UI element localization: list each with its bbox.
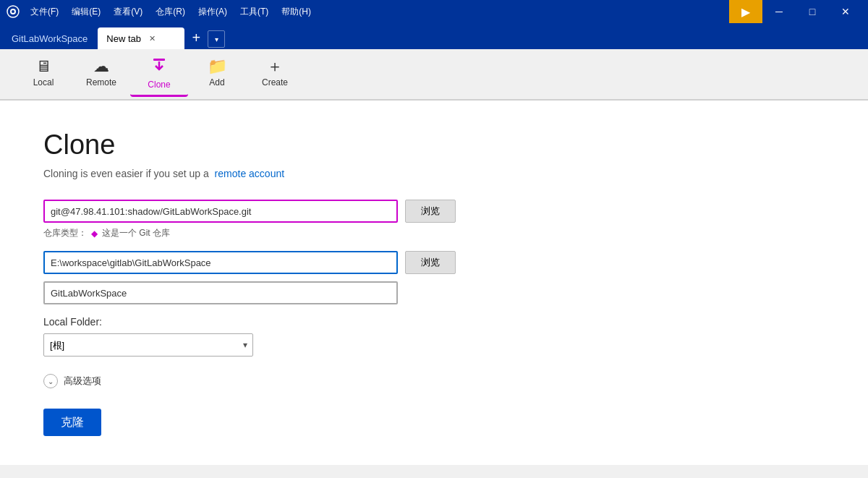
chevron-circle-icon: ⌄	[43, 374, 58, 388]
toolbar-clone[interactable]: Clone	[130, 52, 188, 97]
static-tab[interactable]: GitLabWorkSpace	[3, 27, 96, 49]
active-tab[interactable]: New tab ✕	[98, 27, 184, 49]
create-label: Create	[262, 77, 288, 88]
local-folder-label: Local Folder:	[43, 316, 825, 328]
toolbar-remote[interactable]: ☁ Remote	[72, 52, 130, 97]
url-input[interactable]	[43, 200, 398, 223]
app-logo[interactable]	[6, 4, 20, 19]
page-subtitle: Cloning is even easier if you set up a r…	[43, 168, 825, 179]
create-icon: ＋	[267, 59, 283, 74]
local-folder-select[interactable]: [根]	[43, 333, 253, 357]
menu-tools[interactable]: 工具(T)	[234, 4, 274, 20]
browse-button-2[interactable]: 浏览	[405, 251, 456, 274]
menu-repo[interactable]: 仓库(R)	[150, 4, 191, 20]
add-tab-button[interactable]: +	[186, 27, 206, 48]
menu-actions[interactable]: 操作(A)	[192, 4, 233, 20]
repo-type-label: 仓库类型：	[43, 227, 87, 239]
local-icon: 🖥	[35, 59, 51, 74]
clone-icon	[150, 56, 168, 77]
name-input[interactable]	[43, 281, 398, 304]
advanced-options-toggle[interactable]: ⌄ 高级选项	[43, 374, 825, 388]
path-input[interactable]	[43, 251, 398, 274]
minimize-button[interactable]: ─	[762, 0, 796, 23]
page-title: Clone	[43, 129, 825, 161]
tab-label: New tab	[106, 33, 141, 44]
remote-icon: ☁	[93, 59, 109, 74]
browse-button-1[interactable]: 浏览	[405, 200, 456, 223]
local-folder-select-wrapper: [根] ▾	[43, 333, 253, 357]
clone-button[interactable]: 克隆	[43, 409, 101, 436]
svg-rect-3	[153, 59, 165, 61]
menu-view[interactable]: 查看(V)	[108, 4, 148, 20]
tab-dropdown-button[interactable]: ▾	[208, 30, 225, 48]
diamond-icon: ◆	[91, 229, 98, 239]
menu-edit[interactable]: 编辑(E)	[66, 4, 106, 20]
remote-account-link[interactable]: remote account	[215, 168, 285, 179]
remote-label: Remote	[86, 77, 116, 88]
local-label: Local	[33, 77, 54, 88]
toolbar-local[interactable]: 🖥 Local	[14, 52, 72, 97]
content-area: Clone Cloning is even easier if you set …	[0, 101, 868, 465]
add-icon: 📁	[208, 59, 227, 74]
add-label: Add	[209, 77, 224, 88]
svg-point-2	[12, 10, 14, 13]
repo-type-value: 这是一个 Git 仓库	[102, 227, 170, 239]
menu-file[interactable]: 文件(F)	[25, 4, 64, 20]
toolbar-add[interactable]: 📁 Add	[188, 52, 246, 97]
toolbar-create[interactable]: ＋ Create	[246, 52, 304, 97]
menu-help[interactable]: 帮助(H)	[276, 4, 317, 20]
tab-close-icon[interactable]: ✕	[147, 33, 158, 44]
clone-label: Clone	[148, 80, 170, 90]
advanced-options-label: 高级选项	[64, 375, 101, 388]
maximize-button[interactable]: □	[796, 0, 829, 23]
repo-type-row: 仓库类型： ◆ 这是一个 Git 仓库	[43, 227, 825, 239]
notification-icon[interactable]: ▶	[729, 0, 762, 23]
close-button[interactable]: ✕	[829, 0, 862, 23]
